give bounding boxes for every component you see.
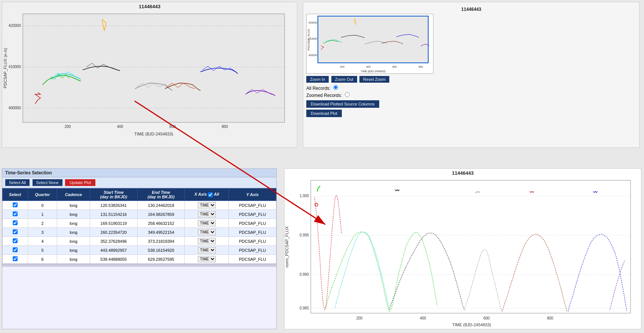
topright-panel: 11446443 PDCSAP_FLUX 420000 410000 40000… — [303, 2, 640, 148]
svg-text:400: 400 — [366, 65, 371, 68]
row-5-select-cell — [3, 246, 28, 255]
col-header-x-axis: X Axis All — [185, 189, 229, 201]
row-3-select-cell — [3, 228, 28, 237]
row-1-checkbox[interactable] — [13, 211, 18, 216]
svg-rect-13 — [318, 16, 428, 63]
zoom-out-button[interactable]: Zoom Out — [331, 76, 357, 83]
row-4-y-axis: PDCSAP_FLU — [229, 237, 276, 246]
row-2-cadence: long — [57, 219, 90, 228]
row-5-quarter: 5 — [28, 246, 57, 255]
col-header-y-axis: Y Axis — [229, 189, 276, 201]
row-6-select-cell — [3, 255, 28, 264]
timeseries-table: Select Quarter Cadence Start Time(day in… — [2, 188, 276, 264]
timeseries-buttons: Select All Select None Update Plot — [2, 177, 276, 188]
row-6-x-axis-select[interactable]: TIME — [198, 256, 216, 262]
row-5-start-time: 443.48992957 — [90, 246, 137, 255]
row-2-y-axis: PDCSAP_FLU — [229, 219, 276, 228]
row-3-quarter: 3 — [28, 228, 57, 237]
row-4-start-time: 352.37628496 — [90, 237, 137, 246]
row-2-end-time: 258.46632152 — [137, 219, 185, 228]
row-3-x-axis-select[interactable]: TIME — [198, 229, 216, 235]
row-4-x-axis: TIME — [185, 237, 229, 246]
row-3-cadence: long — [57, 228, 90, 237]
row-1-select-cell — [3, 210, 28, 219]
row-2-select-cell — [3, 219, 28, 228]
row-4-cadence: long — [57, 237, 90, 246]
svg-text:TIME (BJD-2454833): TIME (BJD-2454833) — [452, 323, 491, 327]
zoomed-records-radio[interactable] — [345, 92, 350, 97]
svg-text:600: 600 — [392, 65, 397, 68]
row-2-x-axis-select[interactable]: TIME — [198, 220, 216, 226]
table-row: 1long131.51154216164.98267859TIMEPDCSAP_… — [3, 210, 276, 219]
row-6-y-axis: PDCSAP_FLU — [229, 255, 276, 264]
x-axis-all-checkbox[interactable] — [208, 192, 213, 197]
row-0-select-cell — [3, 201, 28, 210]
svg-text:0.990: 0.990 — [300, 272, 309, 277]
row-5-end-time: 538.16154920 — [137, 246, 185, 255]
row-1-end-time: 164.98267859 — [137, 210, 185, 219]
svg-text:410000: 410000 — [309, 37, 317, 40]
topleft-plot-svg: PDCSAP_FLUX (e-/s) 420000 410000 400000 … — [2, 10, 294, 145]
bottomright-plot-title: 11446443 — [285, 169, 641, 177]
svg-text:200: 200 — [356, 316, 363, 320]
row-1-x-axis-select[interactable]: TIME — [198, 211, 216, 217]
row-4-x-axis-select[interactable]: TIME — [198, 238, 216, 244]
row-4-checkbox[interactable] — [13, 238, 18, 243]
svg-text:0.995: 0.995 — [300, 233, 309, 237]
zoom-in-button[interactable]: Zoom In — [306, 76, 329, 83]
table-row: 5long443.48992957538.16154920TIMEPDCSAP_… — [3, 246, 276, 255]
select-none-button[interactable]: Select None — [33, 179, 62, 186]
row-0-x-axis-select[interactable]: TIME — [198, 202, 216, 208]
row-1-cadence: long — [57, 210, 90, 219]
row-6-start-time: 539.44888055 — [90, 255, 137, 264]
row-5-checkbox[interactable] — [13, 247, 18, 252]
row-2-checkbox[interactable] — [13, 220, 18, 225]
svg-rect-0 — [23, 14, 285, 122]
row-5-cadence: long — [57, 246, 90, 255]
row-0-cadence: long — [57, 201, 90, 210]
svg-text:400: 400 — [420, 316, 426, 320]
table-row: 2long169.51903119258.46632152TIMEPDCSAP_… — [3, 219, 276, 228]
row-4-quarter: 4 — [28, 237, 57, 246]
row-2-quarter: 2 — [28, 219, 57, 228]
row-3-start-time: 260.22354720 — [90, 228, 137, 237]
row-3-checkbox[interactable] — [13, 229, 18, 234]
row-0-checkbox[interactable] — [13, 202, 18, 207]
svg-text:0.985: 0.985 — [300, 306, 309, 310]
download-plot-button[interactable]: Download Plot — [306, 110, 342, 117]
col-header-end-time: End Time(day in BKJD) — [137, 189, 185, 201]
table-row: 0long120.53835341130.24462018TIMEPDCSAP_… — [3, 201, 276, 210]
reset-zoom-button[interactable]: Reset Zoom — [359, 76, 389, 83]
row-4-end-time: 373.21819394 — [137, 237, 185, 246]
svg-text:400000: 400000 — [9, 106, 21, 110]
row-1-x-axis: TIME — [185, 210, 229, 219]
select-all-button[interactable]: Select All — [5, 179, 30, 186]
col-header-quarter: Quarter — [28, 189, 57, 201]
svg-text:400: 400 — [117, 125, 123, 129]
update-plot-button[interactable]: Update Plot — [65, 179, 95, 186]
horizontal-scrollbar[interactable] — [2, 264, 276, 267]
row-5-x-axis-select[interactable]: TIME — [198, 247, 216, 253]
table-row: 6long539.44888055629.29527595TIMEPDCSAP_… — [3, 255, 276, 264]
all-records-label: All Records: — [306, 85, 636, 91]
topleft-plot: 11446443 PDCSAP_FLUX (e-/s) 420000 41000… — [2, 2, 297, 148]
zoom-buttons-group: Zoom In Zoom Out Reset Zoom — [306, 76, 636, 83]
row-6-x-axis: TIME — [185, 255, 229, 264]
row-1-start-time: 131.51154216 — [90, 210, 137, 219]
row-2-start-time: 169.51903119 — [90, 219, 137, 228]
download-columns-button[interactable]: Download Plotted Source Columns — [306, 100, 379, 108]
table-container: Select Quarter Cadence Start Time(day in… — [2, 188, 276, 264]
svg-text:410000: 410000 — [9, 65, 21, 69]
svg-rect-24 — [311, 180, 631, 313]
svg-text:600: 600 — [484, 316, 490, 320]
all-records-radio[interactable] — [333, 85, 338, 90]
topright-plot-title: 11446443 — [306, 5, 636, 13]
row-6-checkbox[interactable] — [13, 256, 18, 261]
col-header-select: Select — [3, 189, 28, 201]
svg-text:600: 600 — [169, 125, 176, 129]
svg-text:PDCSAP_FLUX (e-/s): PDCSAP_FLUX (e-/s) — [3, 48, 7, 88]
col-header-start-time: Start Time(day in BKJD) — [90, 189, 137, 201]
svg-text:800: 800 — [222, 125, 228, 129]
table-row: 4long352.37628496373.21819394TIMEPDCSAP_… — [3, 237, 276, 246]
row-4-select-cell — [3, 237, 28, 246]
